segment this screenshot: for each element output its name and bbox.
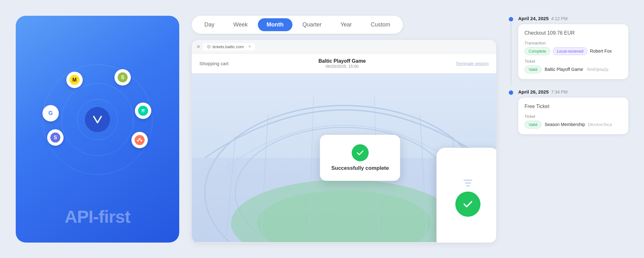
browser-content: Shopping cart Baltic Playoff Game 06/20/… bbox=[192, 54, 496, 242]
transaction-tags: Complete Local-recieved Robert Fox bbox=[525, 47, 622, 55]
shopping-cart-label: Shopping cart bbox=[199, 61, 229, 66]
ticket-label-1: Ticket bbox=[525, 59, 622, 64]
event-card-2: Free Ticket Ticket Valid Season Membersh… bbox=[518, 98, 628, 134]
ticket-name-1: Baltic Playoff Game bbox=[545, 67, 583, 72]
svg-text:S: S bbox=[121, 75, 125, 80]
middle-panel: Day Week Month Quarter Year Custom ticke… bbox=[192, 16, 496, 243]
center-logo-icon bbox=[85, 107, 110, 132]
tab-day[interactable]: Day bbox=[196, 18, 223, 31]
api-card: M S G bbox=[16, 16, 179, 243]
ticket-label-2: Ticket bbox=[525, 114, 622, 119]
stadium-area: Successfully complete bbox=[192, 73, 496, 242]
event-card-title-2: Free Ticket bbox=[525, 103, 622, 110]
event-info: Baltic Playoff Game 06/20/2025, 15:00 bbox=[319, 58, 366, 69]
browser-url-bar: tickets.baltic.com ✕ bbox=[203, 43, 255, 50]
payments-icon bbox=[135, 103, 151, 119]
event-card-1: Checkout 109.76 EUR Transaction Complete… bbox=[518, 24, 628, 79]
event-card-title-1: Checkout 109.76 EUR bbox=[525, 30, 622, 36]
browser-card: tickets.baltic.com ✕ Shopping cart Balti… bbox=[192, 40, 496, 243]
tab-week[interactable]: Week bbox=[225, 18, 257, 31]
timeline-header-2: April 26, 2025 7:34 PM bbox=[518, 89, 628, 95]
success-popup: Successfully complete bbox=[320, 135, 400, 181]
timeline-time-2: 7:34 PM bbox=[551, 89, 568, 95]
timeline-content-1: April 24, 2025 4:12 PM Checkout 109.76 E… bbox=[518, 16, 628, 85]
timeline-date-2: April 26, 2025 bbox=[518, 89, 549, 95]
timeline-dot-col-2 bbox=[509, 89, 513, 140]
timeline-dot-1 bbox=[509, 17, 513, 21]
timeline-line-1 bbox=[511, 23, 511, 85]
phone-check-icon bbox=[455, 192, 480, 217]
ticket-section-2: Ticket Valid Season Membership DKnAnnTsL… bbox=[525, 114, 622, 129]
terminate-session-link[interactable]: Terminate session bbox=[456, 61, 489, 66]
timeline-time-1: 4:12 PM bbox=[551, 16, 568, 21]
tab-bar: Day Week Month Quarter Year Custom bbox=[192, 16, 403, 34]
svg-text:G: G bbox=[48, 110, 53, 116]
event-date: 06/20/2025, 15:00 bbox=[319, 64, 366, 69]
browser-nav: Shopping cart Baltic Playoff Game 06/20/… bbox=[192, 54, 496, 73]
timeline-item-2: April 26, 2025 7:34 PM Free Ticket Ticke… bbox=[509, 89, 628, 140]
mailchimp-icon: M bbox=[66, 72, 83, 88]
person-name: Robert Fox bbox=[590, 49, 612, 54]
wifi-icon bbox=[464, 180, 472, 186]
ticket-valid-tag-2: Valid bbox=[525, 121, 541, 129]
svg-text:M: M bbox=[73, 77, 77, 82]
tab-month[interactable]: Month bbox=[258, 18, 292, 31]
timeline-date-1: April 24, 2025 bbox=[518, 16, 549, 21]
tab-close-icon[interactable]: ✕ bbox=[248, 44, 251, 49]
timeline-header-1: April 24, 2025 4:12 PM bbox=[518, 16, 628, 21]
transaction-label: Transaction bbox=[525, 41, 622, 45]
transaction-section: Transaction Complete Local-recieved Robe… bbox=[525, 41, 622, 55]
event-name: Baltic Playoff Game bbox=[319, 58, 366, 64]
url-text: tickets.baltic.com bbox=[213, 44, 244, 49]
right-panel: April 24, 2025 4:12 PM Checkout 109.76 E… bbox=[509, 16, 628, 243]
phone-mock bbox=[436, 148, 496, 242]
ticket-info-2: Valid Season Membership DKnAnnTsLb bbox=[525, 121, 622, 129]
success-message: Successfully complete bbox=[331, 165, 389, 171]
ticket-valid-tag-1: Valid bbox=[525, 66, 541, 73]
hubspot-icon bbox=[131, 132, 148, 148]
browser-dot bbox=[197, 45, 200, 48]
svg-text:S: S bbox=[54, 135, 57, 140]
orbit-container: M S G bbox=[38, 60, 157, 179]
ticket-info-1: Valid Baltic Playoff Game 7kh83jHaZp bbox=[525, 66, 622, 73]
browser-bar: tickets.baltic.com ✕ bbox=[192, 40, 496, 54]
ticket-name-2: Season Membership bbox=[545, 122, 585, 127]
ticket-id-2: DKnAnnTsLb bbox=[588, 122, 612, 127]
timeline-dot-2 bbox=[509, 90, 513, 95]
ticket-section-1: Ticket Valid Baltic Playoff Game 7kh83jH… bbox=[525, 59, 622, 73]
stripe-icon: S bbox=[47, 129, 64, 146]
complete-tag: Complete bbox=[525, 47, 550, 55]
timeline-dot-col-1 bbox=[509, 16, 513, 85]
svg-point-9 bbox=[135, 135, 145, 145]
timeline-content-2: April 26, 2025 7:34 PM Free Ticket Ticke… bbox=[518, 89, 628, 140]
tab-year[interactable]: Year bbox=[332, 18, 361, 31]
api-first-label: API-first bbox=[65, 206, 130, 227]
ticket-id-1: 7kh83jHaZp bbox=[586, 67, 608, 72]
timeline-item-1: April 24, 2025 4:12 PM Checkout 109.76 E… bbox=[509, 16, 628, 85]
tab-quarter[interactable]: Quarter bbox=[294, 18, 330, 31]
success-check-icon bbox=[352, 144, 369, 161]
tab-custom[interactable]: Custom bbox=[362, 18, 399, 31]
local-received-tag: Local-recieved bbox=[553, 47, 588, 55]
